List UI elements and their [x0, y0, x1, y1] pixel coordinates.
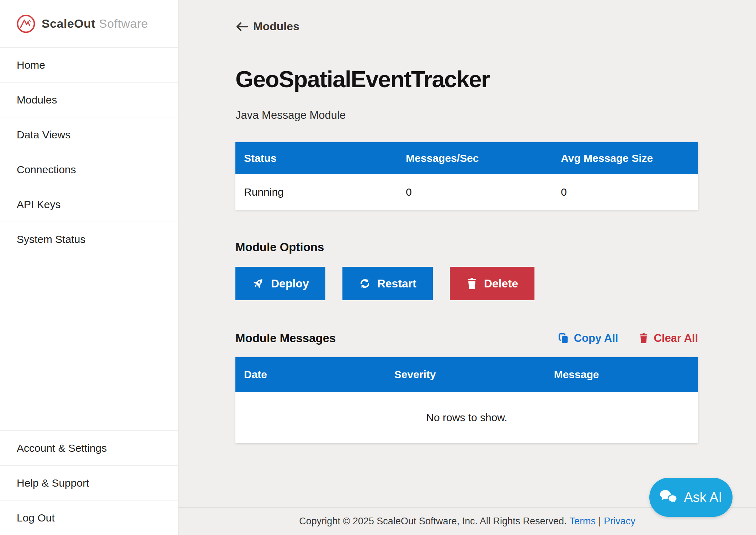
messages-per-sec-column-header: Messages/Sec — [397, 142, 552, 174]
avg-message-size-column-header: Avg Message Size — [552, 142, 698, 174]
message-actions: Copy All Clear All — [558, 332, 698, 345]
status-value: Running — [235, 174, 397, 210]
status-table-card: Status Messages/Sec Avg Message Size Run… — [235, 142, 698, 210]
privacy-link[interactable]: Privacy — [604, 516, 635, 527]
restart-button[interactable]: Restart — [342, 267, 433, 300]
scaleout-mountain-logo-icon — [16, 14, 36, 34]
sidebar-item-help-support[interactable]: Help & Support — [0, 465, 178, 500]
sidebar-item-home[interactable]: Home — [0, 47, 178, 82]
back-arrow-icon — [235, 21, 248, 32]
brand-name-primary: ScaleOut — [42, 17, 95, 30]
footer-separator: | — [598, 516, 601, 527]
restart-button-label: Restart — [377, 277, 416, 290]
sidebar-item-modules[interactable]: Modules — [0, 82, 178, 117]
delete-button[interactable]: Delete — [450, 267, 534, 300]
back-link-label: Modules — [253, 20, 299, 33]
sidebar-nav: Home Modules Data Views Connections API … — [0, 47, 178, 256]
ask-ai-button[interactable]: Ask AI — [649, 478, 733, 517]
clear-all-label: Clear All — [654, 332, 698, 345]
deploy-button[interactable]: Deploy — [235, 267, 325, 300]
table-row: Running 0 0 — [235, 174, 698, 210]
main-panel: Modules GeoSpatialEventTracker Java Mess… — [179, 0, 756, 535]
sidebar-item-connections[interactable]: Connections — [0, 152, 178, 187]
module-options-buttons: Deploy Restart — [235, 267, 698, 300]
deploy-button-label: Deploy — [271, 277, 309, 290]
copyright-text: Copyright © 2025 ScaleOut Software, Inc.… — [299, 516, 566, 527]
app-window: ScaleOut Software Home Modules Data View… — [0, 0, 756, 535]
date-column-header: Date — [235, 357, 386, 392]
sidebar-item-system-status[interactable]: System Status — [0, 222, 178, 256]
status-column-header: Status — [235, 142, 397, 174]
sidebar-spacer — [0, 256, 178, 430]
copy-icon — [558, 333, 569, 344]
copy-all-label: Copy All — [574, 332, 618, 345]
messages-per-sec-value: 0 — [397, 174, 552, 210]
main-content: Modules GeoSpatialEventTracker Java Mess… — [179, 0, 756, 443]
page-title: GeoSpatialEventTracker — [235, 66, 698, 92]
module-type-subtitle: Java Message Module — [235, 109, 698, 122]
severity-column-header: Severity — [386, 357, 545, 392]
avg-message-size-value: 0 — [552, 174, 698, 210]
status-table-header-row: Status Messages/Sec Avg Message Size — [235, 142, 698, 174]
back-to-modules-link[interactable]: Modules — [235, 20, 299, 33]
ask-ai-label: Ask AI — [684, 490, 722, 505]
brand-name-secondary: Software — [99, 17, 148, 30]
rocket-icon — [252, 277, 265, 290]
empty-state-row: No rows to show. — [235, 392, 698, 443]
sidebar-footer-nav: Account & Settings Help & Support Log Ou… — [0, 430, 178, 535]
brand-name: ScaleOut Software — [42, 17, 148, 31]
sidebar-item-data-views[interactable]: Data Views — [0, 117, 178, 152]
sidebar-item-account-settings[interactable]: Account & Settings — [0, 430, 178, 465]
refresh-icon — [359, 277, 371, 290]
chat-bubbles-icon — [660, 489, 678, 505]
messages-table: Date Severity Message No rows to show. — [235, 357, 698, 443]
module-messages-header: Module Messages Copy All — [235, 332, 698, 345]
status-table: Status Messages/Sec Avg Message Size Run… — [235, 142, 698, 210]
trash-icon-small — [639, 333, 649, 344]
messages-table-card: Date Severity Message No rows to show. — [235, 357, 698, 443]
module-messages-heading: Module Messages — [235, 332, 336, 345]
sidebar: ScaleOut Software Home Modules Data View… — [0, 0, 179, 535]
clear-all-link[interactable]: Clear All — [639, 332, 698, 345]
empty-state-text: No rows to show. — [235, 392, 698, 443]
sidebar-item-log-out[interactable]: Log Out — [0, 500, 178, 535]
trash-icon — [466, 277, 478, 290]
brand-logo[interactable]: ScaleOut Software — [0, 0, 178, 47]
message-column-header: Message — [545, 357, 698, 392]
module-options-heading: Module Options — [235, 240, 698, 254]
sidebar-item-api-keys[interactable]: API Keys — [0, 187, 178, 222]
messages-table-header-row: Date Severity Message — [235, 357, 698, 392]
delete-button-label: Delete — [484, 277, 518, 290]
copy-all-link[interactable]: Copy All — [558, 332, 618, 345]
terms-link[interactable]: Terms — [570, 516, 596, 527]
